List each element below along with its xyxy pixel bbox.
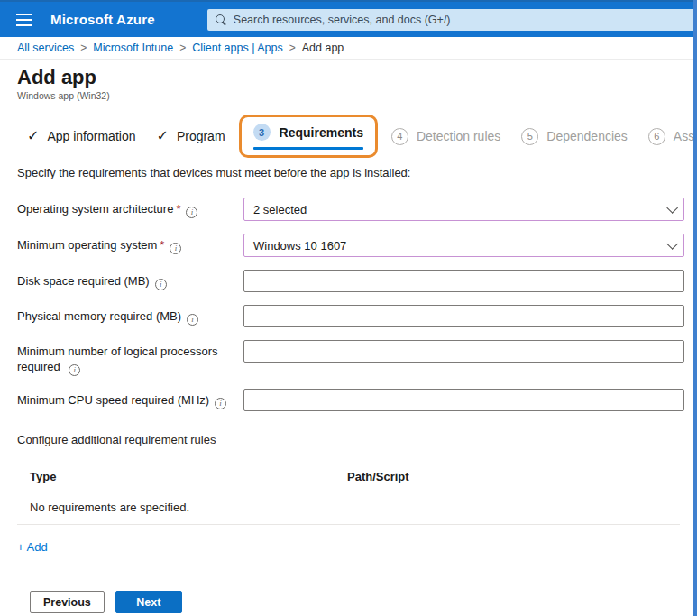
hamburger-menu-icon[interactable] xyxy=(11,9,38,31)
search-input[interactable] xyxy=(234,14,688,26)
field-row-minimum-os: Minimum operating system*i Windows 10 16… xyxy=(17,234,697,257)
field-row-os-architecture: Operating system architecture*i 2 select… xyxy=(17,198,697,221)
disk-space-input[interactable] xyxy=(243,270,684,292)
field-row-logical-processors: Minimum number of logical processors req… xyxy=(17,340,697,376)
search-icon xyxy=(215,14,226,25)
brand-title: Microsoft Azure xyxy=(50,12,155,27)
info-icon[interactable]: i xyxy=(186,207,197,218)
column-header-type: Type xyxy=(30,470,347,483)
requirements-form: Operating system architecture*i 2 select… xyxy=(17,198,697,411)
breadcrumb-separator: > xyxy=(289,41,296,54)
minimum-os-dropdown[interactable]: Windows 10 1607 xyxy=(243,234,684,257)
tab-app-information[interactable]: ✓ App information xyxy=(27,129,135,143)
next-button[interactable]: Next xyxy=(115,591,182,613)
field-row-physical-memory: Physical memory required (MB)i xyxy=(17,305,697,327)
tab-label: Dependencies xyxy=(546,129,628,143)
screenshot-right-border xyxy=(693,0,697,616)
table-empty-message: No requirements are specified. xyxy=(17,492,680,525)
tab-program[interactable]: ✓ Program xyxy=(156,129,225,143)
physical-memory-input[interactable] xyxy=(243,305,684,327)
info-icon[interactable]: i xyxy=(69,364,80,376)
breadcrumb-microsoft-intune[interactable]: Microsoft Intune xyxy=(93,41,173,54)
dropdown-value: 2 selected xyxy=(253,203,307,216)
tab-requirements-active[interactable]: 3 Requirements xyxy=(239,115,378,158)
breadcrumb-separator: > xyxy=(179,41,186,54)
tab-number-badge: 5 xyxy=(521,128,538,145)
tab-detection-rules[interactable]: 4 Detection rules xyxy=(391,128,500,145)
required-asterisk: * xyxy=(160,238,164,252)
check-icon: ✓ xyxy=(27,129,39,143)
breadcrumb-client-apps[interactable]: Client apps | Apps xyxy=(192,41,283,54)
instruction-text: Specify the requirements that devices mu… xyxy=(17,166,697,179)
requirement-rules-table: Type Path/Script No requirements are spe… xyxy=(17,470,680,525)
dropdown-value: Windows 10 1607 xyxy=(253,239,346,253)
global-search-box[interactable] xyxy=(207,9,695,31)
field-label: Operating system architecture*i xyxy=(17,198,243,218)
wizard-footer: Previous Next xyxy=(0,575,697,613)
tab-label: Detection rules xyxy=(417,129,500,143)
os-architecture-dropdown[interactable]: 2 selected xyxy=(243,198,684,221)
add-requirement-link[interactable]: + Add xyxy=(17,540,48,554)
rules-section-heading: Configure additional requirement rules xyxy=(17,433,697,446)
azure-top-bar: Microsoft Azure xyxy=(0,0,697,37)
page-header: Add app Windows app (Win32) xyxy=(0,60,697,101)
tab-number-badge: 6 xyxy=(648,128,665,145)
tab-number-badge: 3 xyxy=(253,124,271,141)
table-header-row: Type Path/Script xyxy=(17,470,680,492)
field-row-cpu-speed: Minimum CPU speed required (MHz)i xyxy=(17,389,697,411)
tab-number-badge: 4 xyxy=(391,128,408,145)
info-icon[interactable]: i xyxy=(155,279,167,290)
field-label: Disk space required (MB)i xyxy=(17,270,243,290)
tab-label: Requirements xyxy=(280,125,363,140)
tab-dependencies[interactable]: 5 Dependencies xyxy=(521,128,628,145)
info-icon[interactable]: i xyxy=(215,398,226,409)
wizard-tabs: ✓ App information ✓ Program 3 Requiremen… xyxy=(0,114,697,159)
field-label: Minimum operating system*i xyxy=(17,234,243,254)
tab-label: App information xyxy=(47,129,135,143)
check-icon: ✓ xyxy=(156,129,168,143)
breadcrumb-separator: > xyxy=(80,41,87,54)
required-asterisk: * xyxy=(176,202,180,216)
logical-processors-input[interactable] xyxy=(243,340,684,363)
chevron-down-icon xyxy=(666,238,678,250)
page-title: Add app xyxy=(17,65,697,89)
column-header-path-script: Path/Script xyxy=(347,470,680,483)
breadcrumb-current-add-app: Add app xyxy=(302,41,344,54)
page-subtitle: Windows app (Win32) xyxy=(17,90,697,101)
chevron-down-icon xyxy=(666,202,678,214)
previous-button[interactable]: Previous xyxy=(30,591,105,613)
field-label: Physical memory required (MB)i xyxy=(17,305,243,326)
field-row-disk-space: Disk space required (MB)i xyxy=(17,270,697,292)
info-icon[interactable]: i xyxy=(170,243,181,254)
breadcrumb: All services > Microsoft Intune > Client… xyxy=(0,37,697,60)
tab-label: Program xyxy=(177,129,225,143)
cpu-speed-input[interactable] xyxy=(243,389,684,411)
active-tab-underline xyxy=(253,147,363,150)
tab-assignments[interactable]: 6 Assig xyxy=(648,128,697,145)
field-label: Minimum number of logical processors req… xyxy=(17,340,243,376)
breadcrumb-all-services[interactable]: All services xyxy=(17,41,74,54)
info-icon[interactable]: i xyxy=(187,314,198,326)
field-label: Minimum CPU speed required (MHz)i xyxy=(17,389,243,409)
